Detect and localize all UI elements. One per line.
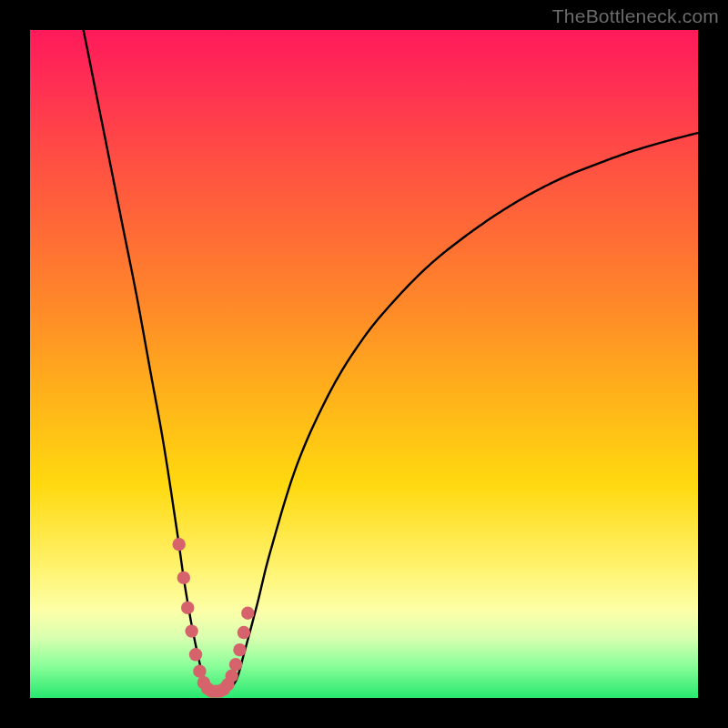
trough-marker-dot (233, 643, 246, 656)
trough-marker-dot (185, 624, 197, 637)
trough-marker-dot (238, 626, 250, 639)
curve-layer (30, 30, 698, 698)
plot-area (30, 30, 698, 698)
trough-marker-dot (172, 538, 185, 551)
watermark-text: TheBottleneck.com (552, 5, 719, 27)
chart-frame: TheBottleneck.com (0, 0, 728, 728)
trough-marker-dot (225, 670, 238, 682)
trough-marker-dot (193, 664, 206, 677)
trough-markers (172, 538, 254, 698)
trough-marker-dot (181, 602, 194, 614)
trough-marker-dot (177, 571, 190, 584)
trough-marker-dot (229, 658, 242, 671)
trough-marker-dot (189, 648, 202, 661)
bottleneck-curve (84, 30, 698, 692)
trough-marker-dot (241, 607, 254, 620)
